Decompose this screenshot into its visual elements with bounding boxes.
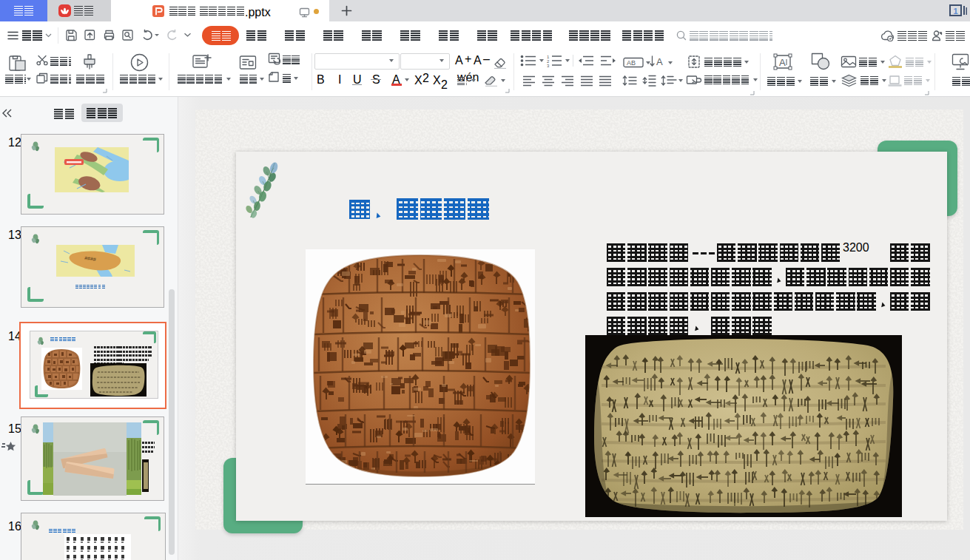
svg-text:A: A [779,57,786,68]
svg-text:A: A [656,56,663,67]
svg-text:1: 1 [953,7,957,16]
svg-text:AB: AB [627,59,636,67]
svg-text:3: 3 [547,64,550,67]
